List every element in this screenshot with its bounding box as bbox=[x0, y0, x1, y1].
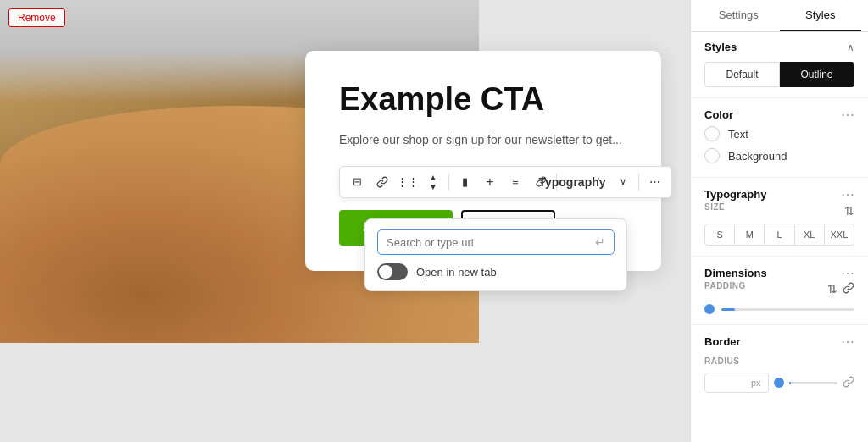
toolbar-link-btn[interactable] bbox=[370, 170, 394, 194]
radius-slider-handle[interactable] bbox=[774, 378, 784, 388]
panel-tabs: Settings Styles bbox=[691, 0, 868, 32]
toolbar-italic-btn[interactable]: I bbox=[586, 170, 609, 194]
cta-subtitle: Explore our shop or sign up for our news… bbox=[339, 131, 627, 149]
url-popup: ↵ Open in new tab bbox=[364, 218, 627, 291]
color-background-label: Background bbox=[728, 150, 787, 163]
styles-title: Styles bbox=[704, 41, 737, 53]
typography-section: Typography ⋯ SIZE ⇅ S M L XL XXL bbox=[691, 178, 868, 257]
border-more-icon[interactable]: ⋯ bbox=[841, 334, 854, 350]
padding-slider-handle[interactable] bbox=[704, 304, 715, 314]
border-header: Border ⋯ bbox=[704, 334, 854, 350]
size-btn-group: S M L XL XXL bbox=[704, 224, 854, 246]
typography-more-icon[interactable]: ⋯ bbox=[841, 186, 854, 202]
radius-slider-track[interactable] bbox=[789, 382, 838, 384]
radius-link-icon[interactable] bbox=[843, 376, 854, 390]
typography-header: Typography ⋯ bbox=[704, 186, 854, 202]
border-section: Border ⋯ RADIUS px bbox=[691, 325, 868, 403]
color-background-swatch bbox=[704, 148, 720, 163]
toolbar-chevron-btn[interactable]: ∨ bbox=[611, 170, 635, 194]
toolbar-divider-3 bbox=[638, 174, 639, 191]
canvas-area: Remove Example CTA Explore our shop or s… bbox=[0, 0, 690, 442]
url-input[interactable] bbox=[387, 236, 595, 249]
toolbar-arrows-btn[interactable]: ▲▼ bbox=[421, 170, 445, 194]
editor-toolbar: ⊟ ⋮⋮ ▲▼ ▮ + ≡ Typography I ∨ ⋯ bbox=[339, 166, 672, 198]
color-section: Color ⋯ Text Background bbox=[691, 98, 868, 178]
size-xl-btn[interactable]: XL bbox=[795, 224, 825, 246]
size-label: SIZE bbox=[704, 202, 725, 212]
url-input-row: ↵ bbox=[377, 229, 615, 255]
radius-unit: px bbox=[751, 378, 761, 388]
padding-slider-fill bbox=[721, 308, 735, 311]
color-text-swatch bbox=[704, 126, 720, 141]
toolbar-drag-btn[interactable]: ⋮⋮ bbox=[396, 170, 420, 194]
styles-header: Styles ∧ bbox=[704, 41, 854, 53]
border-title: Border bbox=[704, 335, 741, 348]
color-text-label: Text bbox=[728, 128, 748, 141]
color-background-item[interactable]: Background bbox=[704, 145, 854, 167]
toolbar-align-center-btn[interactable]: ≡ bbox=[504, 170, 527, 194]
url-enter-icon[interactable]: ↵ bbox=[595, 235, 605, 249]
padding-link-icon[interactable] bbox=[843, 282, 854, 296]
tab-settings[interactable]: Settings bbox=[698, 0, 780, 31]
styles-outline-btn[interactable]: Outline bbox=[780, 62, 854, 87]
radius-controls: px bbox=[704, 373, 854, 393]
toolbar-bold-btn[interactable]: Typography bbox=[560, 170, 584, 194]
color-header: Color ⋯ bbox=[704, 107, 854, 123]
dimensions-section: Dimensions ⋯ PADDING ⇅ bbox=[691, 257, 868, 325]
dimensions-title: Dimensions bbox=[704, 267, 767, 279]
size-s-btn[interactable]: S bbox=[704, 224, 735, 246]
open-new-tab-label: Open in new tab bbox=[416, 266, 497, 279]
toolbar-divider-1 bbox=[448, 174, 449, 191]
typography-filter-icon[interactable]: ⇅ bbox=[844, 204, 854, 218]
styles-default-btn[interactable]: Default bbox=[704, 62, 780, 87]
radius-label: RADIUS bbox=[704, 356, 854, 366]
padding-slider-row bbox=[704, 304, 854, 314]
toolbar-align-btn[interactable]: ⊟ bbox=[345, 170, 369, 194]
radius-input[interactable] bbox=[712, 377, 751, 389]
cta-title: Example CTA bbox=[339, 80, 627, 119]
color-title: Color bbox=[704, 108, 733, 121]
right-panel: Settings Styles Styles ∧ Default Outline… bbox=[690, 0, 868, 442]
size-l-btn[interactable]: L bbox=[765, 224, 794, 246]
remove-button[interactable]: Remove bbox=[8, 8, 65, 27]
tab-styles[interactable]: Styles bbox=[780, 0, 862, 31]
styles-btn-group: Default Outline bbox=[704, 62, 854, 87]
padding-slider-track[interactable] bbox=[721, 308, 854, 311]
padding-label: PADDING bbox=[704, 281, 746, 290]
toolbar-more-btn[interactable]: ⋯ bbox=[643, 170, 666, 194]
open-new-tab-toggle[interactable] bbox=[377, 263, 408, 280]
typography-title: Typography bbox=[704, 188, 766, 201]
color-text-item[interactable]: Text bbox=[704, 123, 854, 145]
toolbar-justify-btn[interactable]: ▮ bbox=[453, 170, 476, 194]
dimensions-more-icon[interactable]: ⋯ bbox=[841, 265, 854, 281]
toolbar-plus-btn[interactable]: + bbox=[478, 170, 502, 194]
radius-slider-fill bbox=[789, 382, 792, 384]
color-more-icon[interactable]: ⋯ bbox=[841, 107, 854, 123]
open-new-tab-row: Open in new tab bbox=[377, 263, 615, 280]
size-m-btn[interactable]: M bbox=[735, 224, 765, 246]
size-xxl-btn[interactable]: XXL bbox=[825, 224, 854, 246]
padding-expand-icon[interactable]: ⇅ bbox=[827, 282, 837, 296]
styles-chevron-icon[interactable]: ∧ bbox=[847, 41, 854, 53]
styles-section: Styles ∧ Default Outline bbox=[691, 32, 868, 98]
radius-input-box: px bbox=[704, 373, 769, 393]
dimensions-header: Dimensions ⋯ bbox=[704, 265, 854, 281]
